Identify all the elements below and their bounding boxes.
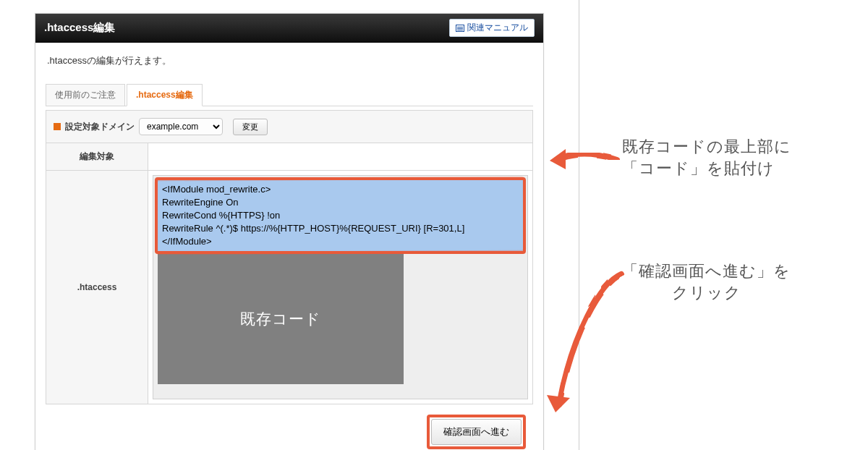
- edit-target-label: 編集対象: [46, 143, 148, 171]
- arrow-to-code: [544, 130, 624, 181]
- htaccess-textarea[interactable]: <IfModule mod_rewrite.c> RewriteEngine O…: [153, 175, 528, 399]
- confirm-button[interactable]: 確認画面へ進む: [431, 419, 522, 445]
- tab-htaccess-edit[interactable]: .htaccess編集: [127, 84, 203, 106]
- edit-target-value: [148, 143, 533, 171]
- domain-select[interactable]: example.com: [139, 118, 223, 135]
- annotation-click-confirm: 「確認画面へ進む」を クリック: [622, 260, 791, 304]
- target-domain-row: 設定対象ドメイン example.com 変更: [54, 118, 525, 135]
- tab-caution[interactable]: 使用前のご注意: [46, 84, 125, 106]
- panel-title: .htaccess編集: [44, 21, 115, 35]
- panel-description: .htaccessの編集が行えます。: [47, 54, 533, 67]
- tabs: 使用前のご注意 .htaccess編集: [46, 83, 533, 106]
- pasted-code-block: <IfModule mod_rewrite.c> RewriteEngine O…: [155, 177, 526, 254]
- change-button[interactable]: 変更: [233, 119, 268, 135]
- annotation-paste-code-line1: 既存コードの最上部に: [622, 136, 791, 158]
- annotation-click-confirm-line1: 「確認画面へ進む」を: [622, 260, 791, 282]
- htaccess-label: .htaccess: [46, 171, 148, 404]
- settings-table: 設定対象ドメイン example.com 変更 編集対象 .htaccess: [46, 110, 533, 404]
- annotation-click-confirm-line2: クリック: [622, 282, 791, 304]
- manual-icon: [456, 25, 464, 32]
- bullet-icon: [54, 123, 61, 130]
- target-domain-label: 設定対象ドメイン: [65, 121, 135, 133]
- htaccess-edit-panel: .htaccess編集 関連マニュアル .htaccessの編集が行えます。 使…: [35, 13, 544, 450]
- arrow-to-confirm: [542, 268, 629, 427]
- annotation-paste-code-line2: 「コード」を貼付け: [622, 158, 791, 179]
- confirm-button-highlight: 確認画面へ進む: [427, 415, 526, 449]
- existing-code-placeholder: 既存コード: [158, 254, 404, 384]
- related-manual-button[interactable]: 関連マニュアル: [449, 19, 535, 37]
- annotation-paste-code: 既存コードの最上部に 「コード」を貼付け: [622, 136, 791, 179]
- related-manual-label: 関連マニュアル: [467, 22, 528, 34]
- panel-header: .htaccess編集 関連マニュアル: [35, 14, 543, 43]
